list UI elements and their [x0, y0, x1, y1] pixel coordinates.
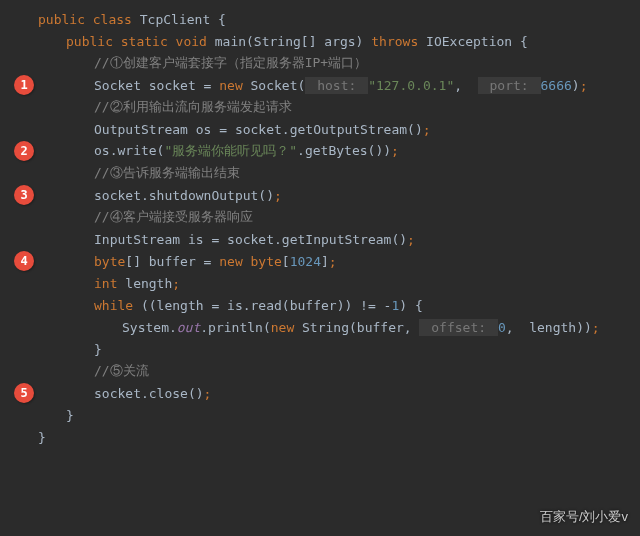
comment-line: //③告诉服务端输出结束 [0, 162, 640, 184]
code-line: } [0, 338, 640, 360]
code-line: 3socket.shutdownOutput(); [0, 184, 640, 206]
code-line: System.out.println(new String(buffer, of… [0, 316, 640, 338]
comment-line: //①创建客户端套接字（指定服务器IP+端口） [0, 52, 640, 74]
code-line: int length; [0, 272, 640, 294]
code-line: 4byte[] buffer = new byte[1024]; [0, 250, 640, 272]
code-line: 1Socket socket = new Socket( host: "127.… [0, 74, 640, 96]
step-badge-4: 4 [14, 251, 34, 271]
comment-line: //⑤关流 [0, 360, 640, 382]
code-line: OutputStream os = socket.getOutputStream… [0, 118, 640, 140]
comment-line: //④客户端接受服务器响应 [0, 206, 640, 228]
code-line: public class TcpClient { [0, 8, 640, 30]
step-badge-3: 3 [14, 185, 34, 205]
step-badge-5: 5 [14, 383, 34, 403]
step-badge-2: 2 [14, 141, 34, 161]
comment-line: //②利用输出流向服务端发起请求 [0, 96, 640, 118]
code-line: } [0, 426, 640, 448]
code-line: 2os.write("服务端你能听见吗？".getBytes()); [0, 140, 640, 162]
code-line: while ((length = is.read(buffer)) != -1)… [0, 294, 640, 316]
code-line: public static void main(String[] args) t… [0, 30, 640, 52]
code-line: } [0, 404, 640, 426]
watermark-text: 百家号/刘小爱v [540, 508, 628, 526]
step-badge-1: 1 [14, 75, 34, 95]
code-line: InputStream is = socket.getInputStream()… [0, 228, 640, 250]
code-line: 5socket.close(); [0, 382, 640, 404]
